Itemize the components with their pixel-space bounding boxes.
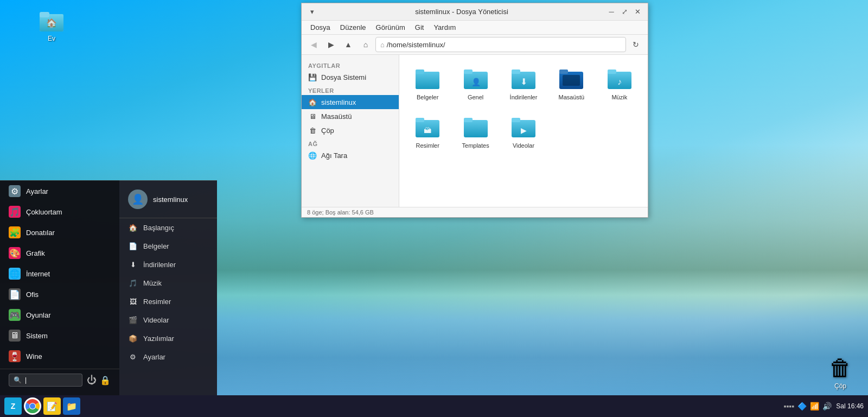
right-menu-ayarlar[interactable]: ⚙ Ayarlar <box>119 348 217 366</box>
file-item-resimler[interactable]: 🏔 Resimler <box>406 110 449 154</box>
svg-point-29 <box>30 403 35 409</box>
fm-refresh-button[interactable]: ↻ <box>628 37 643 52</box>
power-icon[interactable]: ⏻ <box>87 375 97 386</box>
right-menu-yazilimlar[interactable]: 📦 Yazılımlar <box>119 329 217 348</box>
templates-folder-icon <box>463 114 489 140</box>
cokluortam-icon: 🎵 <box>9 206 21 218</box>
network-icon: 📶 <box>810 402 819 410</box>
sistemlinux-home-icon: 🏠 <box>308 98 317 106</box>
fm-forward-button[interactable]: ▶ <box>323 37 339 52</box>
file-item-genel[interactable]: 👤 Genel <box>454 61 497 105</box>
menu-item-wine[interactable]: 🍷 Wine <box>0 346 119 367</box>
right-menu-resimler[interactable]: 🖼 Resimler <box>119 292 217 311</box>
trash-desktop-icon[interactable]: 🗑 Çöp <box>829 355 852 390</box>
svg-rect-15 <box>563 75 580 86</box>
fm-menu-dosya[interactable]: Dosya <box>306 22 335 33</box>
file-item-masaustu[interactable]: Masaüstü <box>550 61 593 105</box>
trash-icon-image: 🗑 <box>829 355 852 381</box>
start-menu-right: 👤 sistemlinux 🏠 Başlangıç 📄 Belgeler ⬇ İ… <box>119 180 217 395</box>
ayarlar-right-label: Ayarlar <box>143 353 165 361</box>
fm-menu-gorunum[interactable]: Görünüm <box>372 22 410 33</box>
fm-title-left: ▾ <box>306 6 318 18</box>
masaustu-file-label: Masaüstü <box>559 94 585 101</box>
videolar-file-label: Videolar <box>513 142 534 149</box>
videolar-right-label: Videolar <box>143 316 169 324</box>
genel-file-label: Genel <box>468 94 483 101</box>
ofis-icon: 📄 <box>9 288 21 300</box>
fm-sidebar-ag-label: AĞ <box>302 137 399 148</box>
search-input[interactable]: | <box>25 376 78 384</box>
internet-icon: 🌐 <box>9 268 21 280</box>
menu-item-grafik[interactable]: 🎨 Grafik <box>0 243 119 263</box>
menu-item-ayarlar[interactable]: ⚙ Ayarlar <box>0 181 119 201</box>
search-icon: 🔍 <box>14 376 22 384</box>
muzik-file-label: Müzik <box>611 94 627 101</box>
fm-address-bar[interactable]: ⌂ /home/sistemlinux/ <box>375 37 626 52</box>
fm-sidebar-dosya-sistemi[interactable]: 💾 Dosya Sistemi <box>302 70 399 84</box>
indirilenler-right-label: İndirilenler <box>143 261 176 269</box>
fm-maximize-button[interactable]: ⤢ <box>618 6 630 18</box>
svg-rect-14 <box>559 70 568 74</box>
fm-home-button[interactable]: ⌂ <box>358 37 373 52</box>
svg-text:🏠: 🏠 <box>46 18 57 28</box>
resimler-file-label: Resimler <box>416 142 439 149</box>
belgeler-right-icon: 📄 <box>128 241 138 251</box>
file-item-templates[interactable]: Templates <box>454 110 497 154</box>
fm-sidebar-cop[interactable]: 🗑 Çöp <box>302 123 399 137</box>
fm-address-text: /home/sistemlinux/ <box>387 41 445 49</box>
menu-item-oyunlar[interactable]: 🎮 Oyunlar <box>0 305 119 325</box>
fm-back-button[interactable]: ◀ <box>306 37 321 52</box>
menu-item-cokluortam[interactable]: 🎵 Çokluortam <box>0 201 119 222</box>
right-menu-muzik[interactable]: 🎵 Müzik <box>119 274 217 292</box>
fm-sidebar-agi-tara[interactable]: 🌐 Ağı Tara <box>302 148 399 162</box>
svg-text:👤: 👤 <box>471 78 481 87</box>
fm-sidebar-sistemlinux[interactable]: 🏠 sistemlinux <box>302 95 399 109</box>
notes-button[interactable]: 📝 <box>43 397 61 415</box>
fm-up-button[interactable]: ▲ <box>341 37 356 52</box>
cop-sidebar-icon: 🗑 <box>308 126 317 135</box>
user-info: 👤 sistemlinux <box>119 181 217 218</box>
file-item-indirilenler[interactable]: ⬇ İndirilenler <box>502 61 545 105</box>
fm-status-text: 8 öge; Boş alan: 54,6 GB <box>307 209 374 216</box>
home-desktop-icon[interactable]: 🏠 Ev <box>30 5 73 45</box>
trash-icon-label: Çöp <box>834 382 846 390</box>
fm-minimize-button[interactable]: ─ <box>605 6 617 18</box>
fm-menu-git[interactable]: Git <box>411 22 429 33</box>
signal-icon: ▪▪▪▪ <box>783 402 794 410</box>
fm-menu-duzenle[interactable]: Düzenle <box>336 22 371 33</box>
videolar-right-icon: 🎬 <box>128 315 138 325</box>
dosya-sistemi-label: Dosya Sistemi <box>321 73 366 81</box>
indirilenler-right-icon: ⬇ <box>128 260 138 269</box>
file-item-muzik[interactable]: ♪ Müzik <box>598 61 641 105</box>
search-box[interactable]: 🔍 | <box>9 374 82 387</box>
menu-item-ofis[interactable]: 📄 Ofis <box>0 284 119 305</box>
fm-window-title: sistemlinux - Dosya Yöneticisi <box>318 8 605 16</box>
fm-menu-button[interactable]: ▾ <box>306 6 318 18</box>
fm-close-button[interactable]: ✕ <box>631 6 643 18</box>
svg-rect-11 <box>512 70 520 74</box>
belgeler-right-label: Belgeler <box>143 242 169 250</box>
right-menu-indirilenler[interactable]: ⬇ İndirilenler <box>119 255 217 274</box>
right-menu-belgeler[interactable]: 📄 Belgeler <box>119 237 217 255</box>
videolar-folder-icon: ▶ <box>510 114 537 140</box>
svg-text:⬇: ⬇ <box>520 77 527 86</box>
svg-rect-8 <box>464 70 473 74</box>
zorin-menu-button[interactable]: Z <box>4 397 22 415</box>
lock-icon[interactable]: 🔒 <box>100 375 111 386</box>
fm-sidebar-masaustu[interactable]: 🖥 Masaüstü <box>302 109 399 123</box>
file-item-videolar[interactable]: ▶ Videolar <box>502 110 545 154</box>
chromium-button[interactable] <box>24 397 41 415</box>
fm-menu-yardim[interactable]: Yardım <box>429 22 460 33</box>
menu-item-internet[interactable]: 🌐 İnternet <box>0 263 119 284</box>
svg-rect-22 <box>464 120 488 137</box>
right-menu-videolar[interactable]: 🎬 Videolar <box>119 311 217 329</box>
file-item-belgeler[interactable]: Belgeler <box>406 61 449 105</box>
templates-file-label: Templates <box>462 142 489 149</box>
right-menu-baslangic[interactable]: 🏠 Başlangıç <box>119 218 217 237</box>
fm-sidebar-aygitlar-label: AYGITLAR <box>302 59 399 70</box>
menu-item-donatilar[interactable]: 🧩 Donatılar <box>0 222 119 243</box>
donatilar-label: Donatılar <box>26 229 55 237</box>
files-button[interactable]: 📁 <box>63 397 80 415</box>
masaustu-folder-icon <box>558 66 584 92</box>
menu-item-sistem[interactable]: 🖥 Sistem <box>0 325 119 346</box>
